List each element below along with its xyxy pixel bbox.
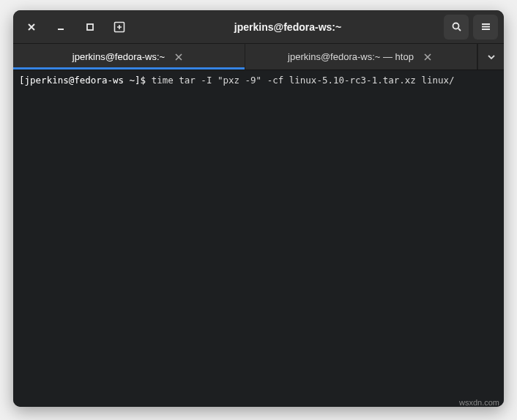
minimize-window-button[interactable]: [48, 15, 73, 40]
close-icon: [424, 53, 431, 61]
svg-point-2: [453, 23, 458, 29]
tab-label: jperkins@fedora-ws:~: [72, 51, 165, 62]
tab-close-button[interactable]: [421, 50, 434, 64]
shell-prompt: [jperkins@fedora-ws ~]$: [19, 75, 146, 86]
maximize-icon: [86, 23, 94, 31]
search-icon: [451, 21, 462, 32]
titlebar: jperkins@fedora-ws:~: [13, 10, 504, 44]
tab-1[interactable]: jperkins@fedora-ws:~: [13, 44, 245, 70]
new-tab-button[interactable]: [107, 15, 132, 40]
new-tab-icon: [114, 21, 125, 33]
svg-rect-0: [87, 24, 93, 30]
window-title: jperkins@fedora-ws:~: [136, 21, 439, 33]
tab-2[interactable]: jperkins@fedora-ws:~ — htop: [245, 44, 477, 70]
hamburger-icon: [480, 21, 491, 32]
close-icon: [175, 53, 182, 61]
menu-button[interactable]: [473, 15, 498, 40]
search-button[interactable]: [444, 15, 469, 40]
maximize-window-button[interactable]: [78, 15, 103, 40]
close-window-button[interactable]: [19, 15, 44, 40]
tab-close-button[interactable]: [172, 50, 185, 64]
tab-overflow-button[interactable]: [477, 44, 504, 70]
watermark: wsxdn.com: [459, 398, 499, 407]
close-icon: [27, 23, 36, 31]
minimize-icon: [56, 23, 65, 31]
terminal-viewport[interactable]: [jperkins@fedora-ws ~]$ time tar -I "pxz…: [13, 70, 504, 407]
terminal-window: jperkins@fedora-ws:~ jperkins@fedora-ws:…: [13, 10, 504, 407]
tab-label: jperkins@fedora-ws:~ — htop: [288, 51, 414, 62]
chevron-down-icon: [487, 53, 496, 61]
tab-bar: jperkins@fedora-ws:~ jperkins@fedora-ws:…: [13, 44, 504, 70]
shell-command: time tar -I "pxz -9" -cf linux-5.10-rc3-…: [152, 75, 455, 86]
